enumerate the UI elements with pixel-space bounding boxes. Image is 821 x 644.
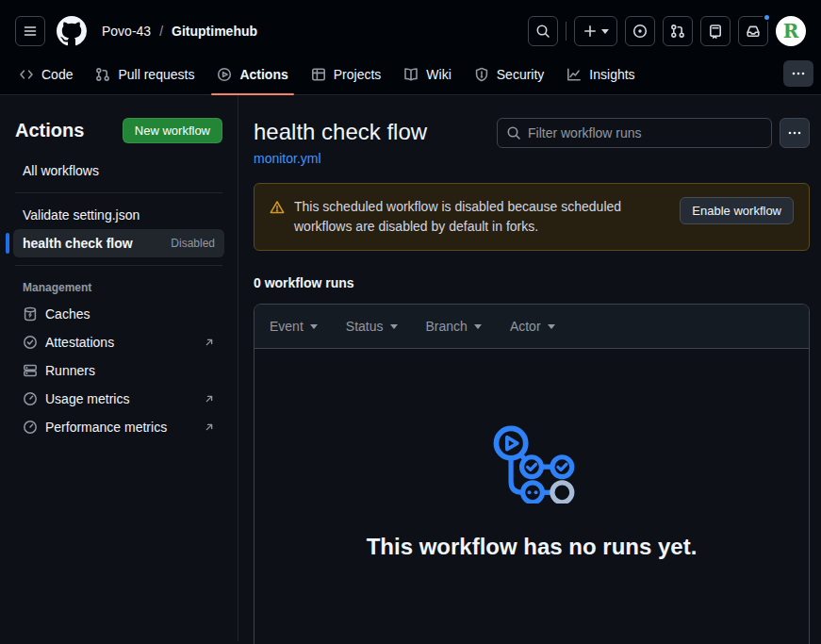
management-item-label: Runners — [45, 363, 95, 378]
new-workflow-button[interactable]: New workflow — [123, 118, 222, 143]
database-icon — [23, 306, 38, 322]
tab-insights[interactable]: Insights — [559, 60, 642, 94]
tab-label: Projects — [334, 67, 382, 82]
shield-icon — [474, 67, 489, 82]
sidebar-divider — [15, 265, 222, 266]
kebab-horizontal-icon — [787, 125, 802, 140]
breadcrumb-owner-link[interactable]: Povo-43 — [102, 24, 151, 39]
header-actions: R — [528, 16, 806, 46]
sidebar-item-caches[interactable]: Caches — [13, 300, 224, 328]
tab-label: Security — [497, 67, 545, 82]
sidebar-divider — [15, 192, 222, 193]
sidebar-item-workflow-selected[interactable]: health check flow Disabled — [13, 229, 224, 257]
avatar[interactable]: R — [776, 16, 806, 46]
arrow-up-right-icon — [204, 393, 215, 405]
search-icon — [506, 125, 521, 140]
workflow-file-link[interactable]: monitor.yml — [254, 151, 321, 166]
branch-filter-dropdown[interactable]: Branch — [426, 319, 482, 334]
tab-code[interactable]: Code — [11, 60, 80, 94]
global-header: Povo-43 / Gituptimehub — [0, 0, 821, 95]
sidebar-item-workflow[interactable]: Validate setting.json — [13, 201, 224, 229]
workflow-options-button[interactable] — [780, 118, 810, 148]
workflow-title: health check flow — [254, 118, 427, 146]
verified-icon — [23, 335, 38, 350]
search-icon — [535, 24, 550, 39]
filter-label: Status — [346, 319, 384, 334]
issue-opened-icon — [632, 24, 648, 39]
workflow-item-label: Validate setting.json — [23, 207, 140, 223]
sidebar-item-performance-metrics[interactable]: Performance metrics — [13, 413, 224, 441]
create-new-button[interactable] — [574, 16, 617, 46]
sidebar-item-usage-metrics[interactable]: Usage metrics — [13, 385, 224, 413]
management-item-label: Attestations — [45, 335, 114, 350]
sidebar-item-runners[interactable]: Runners — [13, 356, 224, 385]
graph-icon — [566, 67, 582, 82]
git-pull-request-icon — [95, 67, 110, 82]
tab-wiki[interactable]: Wiki — [396, 60, 458, 94]
header-top-row: Povo-43 / Gituptimehub — [0, 15, 821, 47]
sidebar-item-all-workflows[interactable]: All workflows — [13, 157, 224, 185]
actor-filter-dropdown[interactable]: Actor — [510, 319, 555, 334]
repo-icon — [708, 24, 723, 39]
header-divider — [566, 22, 566, 41]
repo-nav-tabs: Code Pull requests Actions Projects Wiki… — [0, 60, 821, 95]
workflow-runs-count: 0 workflow runs — [254, 275, 810, 290]
workflow-runs-card: Event Status Branch Actor — [254, 304, 810, 644]
caret-down-icon — [601, 29, 609, 34]
disabled-badge: Disabled — [171, 237, 215, 250]
workflow-item-label: health check flow — [23, 236, 133, 251]
filter-label: Branch — [426, 319, 468, 334]
play-circle-icon — [217, 67, 232, 82]
alert-triangle-icon — [270, 200, 285, 215]
notifications-button[interactable] — [738, 16, 768, 46]
filter-label: Actor — [510, 319, 541, 334]
sidebar-item-attestations[interactable]: Attestations — [13, 328, 224, 356]
pull-requests-button[interactable] — [663, 16, 693, 46]
actions-sidebar: Actions New workflow All workflows Valid… — [0, 95, 238, 641]
filter-workflow-runs-input[interactable] — [497, 118, 772, 148]
event-filter-dropdown[interactable]: Event — [270, 319, 318, 334]
tab-label: Insights — [589, 67, 634, 82]
caret-down-icon — [548, 324, 555, 329]
repo-button[interactable] — [700, 16, 731, 46]
empty-state-message: This workflow has no runs yet. — [367, 534, 698, 560]
avatar-letter: R — [783, 20, 799, 42]
git-pull-request-icon — [670, 24, 685, 39]
main-content: health check flow monitor.yml This sched… — [238, 95, 821, 641]
management-item-label: Usage metrics — [45, 391, 129, 406]
tab-actions[interactable]: Actions — [209, 60, 295, 94]
tab-label: Wiki — [426, 67, 451, 82]
github-logo-icon[interactable] — [57, 16, 87, 46]
enable-workflow-button[interactable]: Enable workflow — [680, 197, 794, 224]
sidebar-item-label: All workflows — [23, 163, 99, 178]
tab-label: Actions — [239, 67, 287, 82]
code-icon — [19, 67, 34, 82]
table-icon — [311, 67, 326, 82]
tab-pull-requests[interactable]: Pull requests — [88, 60, 202, 94]
status-filter-dropdown[interactable]: Status — [346, 319, 398, 334]
empty-state: This workflow has no runs yet. — [255, 349, 809, 644]
issues-button[interactable] — [625, 16, 655, 46]
kebab-horizontal-icon — [791, 66, 806, 81]
management-item-label: Performance metrics — [45, 420, 167, 435]
tab-projects[interactable]: Projects — [304, 60, 389, 94]
workflow-graph-icon — [486, 422, 577, 504]
filter-label: Event — [270, 319, 304, 334]
nav-overflow-button[interactable] — [783, 60, 813, 87]
workflow-disabled-banner: This scheduled workflow is disabled beca… — [254, 183, 810, 251]
breadcrumb-repo-link[interactable]: Gituptimehub — [172, 24, 257, 39]
tab-security[interactable]: Security — [467, 60, 552, 94]
inbox-icon — [746, 24, 761, 39]
tab-label: Code — [41, 67, 73, 82]
unread-indicator-dot — [763, 13, 771, 22]
search-button[interactable] — [528, 16, 558, 46]
meter-icon — [23, 391, 38, 406]
hamburger-menu-button[interactable] — [15, 16, 45, 46]
caret-down-icon — [390, 324, 398, 329]
management-item-label: Caches — [45, 306, 90, 322]
server-icon — [23, 363, 38, 378]
sidebar-title: Actions — [15, 120, 84, 141]
page-layout: Actions New workflow All workflows Valid… — [0, 95, 821, 641]
caret-down-icon — [474, 324, 482, 329]
runs-filter-bar: Event Status Branch Actor — [255, 305, 809, 349]
